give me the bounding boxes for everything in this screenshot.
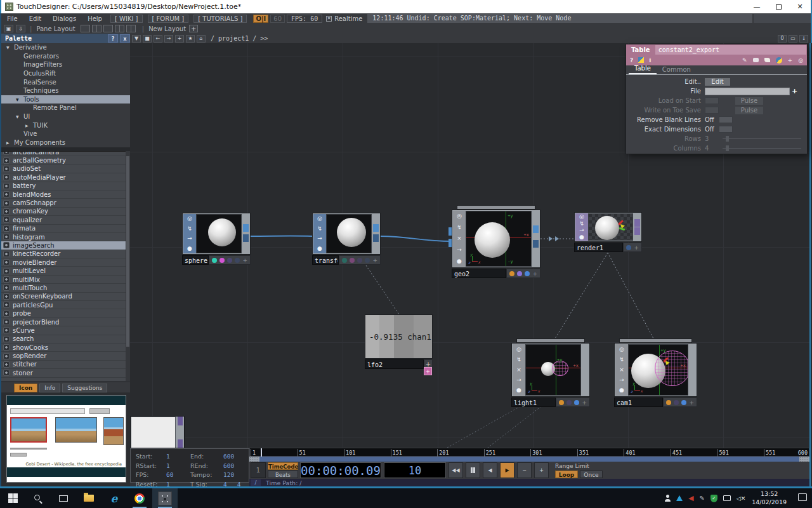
timeline-field-value-fps[interactable]: 60 xyxy=(166,471,190,478)
add-color-dot[interactable]: + xyxy=(372,258,377,263)
palette-scrollbar[interactable] xyxy=(126,151,130,381)
tab-common[interactable]: Common xyxy=(657,65,697,74)
add-color-dot[interactable]: + xyxy=(532,271,537,276)
chrome-button[interactable] xyxy=(127,488,152,508)
pen-tray-icon[interactable]: ✎ xyxy=(699,495,704,502)
range-start-grip[interactable] xyxy=(249,457,259,462)
node-output-strip[interactable] xyxy=(581,344,589,396)
rewind-button[interactable]: ◀◀ xyxy=(449,462,463,478)
tab-icon[interactable]: Icon xyxy=(14,384,37,392)
palette-list-item-showcooks[interactable]: showCooks xyxy=(1,344,130,352)
timeline-field-value-start[interactable]: 1 xyxy=(166,453,190,460)
delete-icon[interactable]: × xyxy=(516,367,521,373)
slider-knob[interactable] xyxy=(726,145,729,151)
timeline-field-value-rstart[interactable]: 1 xyxy=(166,462,190,469)
bookmark-star-icon[interactable]: ★ xyxy=(186,35,195,43)
palette-tree-item-remote-panel[interactable]: Remote Panel xyxy=(1,104,130,112)
target-icon[interactable]: ◎ xyxy=(798,57,803,64)
tab-info[interactable]: Info xyxy=(39,384,60,392)
pane-type-dropdown[interactable]: ▼ xyxy=(132,35,141,43)
export-flag-badge[interactable]: + xyxy=(424,367,432,375)
taskbar-search-button[interactable] xyxy=(25,488,51,508)
forum-link[interactable]: [ FORUM ] xyxy=(148,15,189,23)
palette-list-item-firmata[interactable]: firmata xyxy=(1,225,130,233)
info-icon[interactable]: i xyxy=(649,57,651,64)
palette-list-item-imagesearch[interactable]: imageSearch xyxy=(1,241,130,250)
node-transform1[interactable]: ◎ ↯ → ● transform1 + xyxy=(312,213,381,265)
comet-icon[interactable]: ● xyxy=(317,246,322,251)
range-end-grip[interactable] xyxy=(799,457,809,462)
home-icon[interactable]: ⌂ xyxy=(197,35,206,43)
menu-help[interactable]: Help xyxy=(82,15,108,22)
viewer-icon[interactable]: ◎ xyxy=(579,214,584,220)
close-button[interactable]: ✕ xyxy=(789,0,811,13)
people-tray-icon[interactable] xyxy=(664,495,671,502)
palette-list-item-projectorblend[interactable]: projectorBlend xyxy=(1,318,130,326)
layout-single-button[interactable] xyxy=(81,25,90,32)
palette-list-item-kinectrecorder[interactable]: kinectRecorder xyxy=(1,250,130,258)
node-output-connector[interactable] xyxy=(178,439,183,448)
add-color-dot[interactable]: + xyxy=(242,258,247,263)
start-button[interactable] xyxy=(0,488,25,508)
delete-icon[interactable]: × xyxy=(457,236,462,241)
node-color-dot[interactable] xyxy=(235,258,240,263)
chevron-right-icon[interactable]: ▶ xyxy=(25,123,33,128)
palette-tree-item-imagefilters[interactable]: ImageFilters xyxy=(1,60,130,69)
palette-list-item-soprender[interactable]: sopRender xyxy=(1,352,130,360)
internet-explorer-button[interactable]: e xyxy=(102,488,127,508)
timecode-mode-button[interactable]: TimeCode xyxy=(268,462,298,470)
frame-increment-button[interactable]: + xyxy=(534,462,549,478)
palette-list-item-camschnappr[interactable]: camSchnappr xyxy=(1,199,130,207)
layout-split-horizontal-button[interactable] xyxy=(103,25,113,32)
viewer-icon[interactable]: ◎ xyxy=(187,216,192,222)
node-name-label[interactable]: render1 xyxy=(574,243,623,252)
viewer-icon[interactable]: ◎ xyxy=(619,347,624,352)
node-color-dot[interactable] xyxy=(365,258,370,263)
add-parameter-icon[interactable]: + xyxy=(788,57,793,64)
viewer-icon[interactable]: ◎ xyxy=(317,216,322,222)
palette-list-item-probe[interactable]: probe xyxy=(1,309,130,318)
import-icon[interactable]: ⇩ xyxy=(16,25,25,32)
palette-tree-item-oculusrift[interactable]: OculusRift xyxy=(1,69,130,78)
copy-page-icon[interactable] xyxy=(764,58,770,62)
palette-list-item-onscreenkeyboard[interactable]: onScreenKeyboard xyxy=(1,293,130,301)
comment-bubble-icon[interactable] xyxy=(753,58,759,62)
dialog-title-bar[interactable]: Table constant2_export xyxy=(626,44,807,55)
toggle-switch[interactable] xyxy=(705,97,719,104)
playhead[interactable] xyxy=(261,448,262,457)
comet-icon[interactable]: ● xyxy=(516,387,521,393)
notification-center-icon[interactable] xyxy=(798,493,807,501)
task-view-button[interactable] xyxy=(51,488,76,508)
tutorials-link[interactable]: [ TUTORIALS ] xyxy=(193,15,247,23)
add-color-dot[interactable]: + xyxy=(582,400,587,405)
arrow-icon[interactable]: → xyxy=(579,227,584,233)
palette-tree-item-generators[interactable]: Generators xyxy=(1,52,130,61)
palette-list-item-scurve[interactable]: sCurve xyxy=(1,326,130,335)
node-sphere1[interactable]: ◎ ↯ → ● sphere1 + xyxy=(182,213,251,265)
language-icon[interactable] xyxy=(638,57,644,63)
node-name-label[interactable]: geo2 xyxy=(452,269,506,278)
edit-pencil-icon[interactable]: ✎ xyxy=(742,57,747,64)
comp-top-strip[interactable] xyxy=(457,205,535,210)
fps-indicator[interactable]: FPS: 60 xyxy=(287,15,322,23)
palette-list-item-chromakey[interactable]: chromaKey xyxy=(1,208,130,216)
palette-list-item-stoner[interactable]: stoner xyxy=(1,369,130,377)
node-color-dot[interactable] xyxy=(559,400,564,405)
viewer-icon[interactable]: ◎ xyxy=(457,213,462,219)
node-viewer-cam1[interactable]: +y +x yxz xyxy=(628,344,688,396)
node-input-connector[interactable] xyxy=(449,227,452,236)
operator-name-field[interactable]: constant2_export xyxy=(655,45,806,55)
node-color-dot[interactable] xyxy=(525,271,530,276)
palette-list-item-blendmodes[interactable]: blendModes xyxy=(1,190,130,199)
node-input-connector[interactable] xyxy=(449,239,452,247)
palette-tree-item-ui[interactable]: ▼UI xyxy=(1,112,130,121)
palette-list-item-equalizer[interactable]: equalizer xyxy=(1,216,130,224)
node-color-dot[interactable] xyxy=(357,258,362,263)
palette-scrollbar-thumb[interactable] xyxy=(126,156,129,347)
node-color-dot[interactable] xyxy=(219,258,225,263)
tab-table[interactable]: Table xyxy=(629,64,657,74)
new-layout-add-button[interactable]: + xyxy=(189,25,198,32)
menu-file[interactable]: File xyxy=(1,15,23,22)
toggle-switch[interactable] xyxy=(705,107,719,114)
window-placement-icon[interactable]: ▣ xyxy=(4,25,13,32)
